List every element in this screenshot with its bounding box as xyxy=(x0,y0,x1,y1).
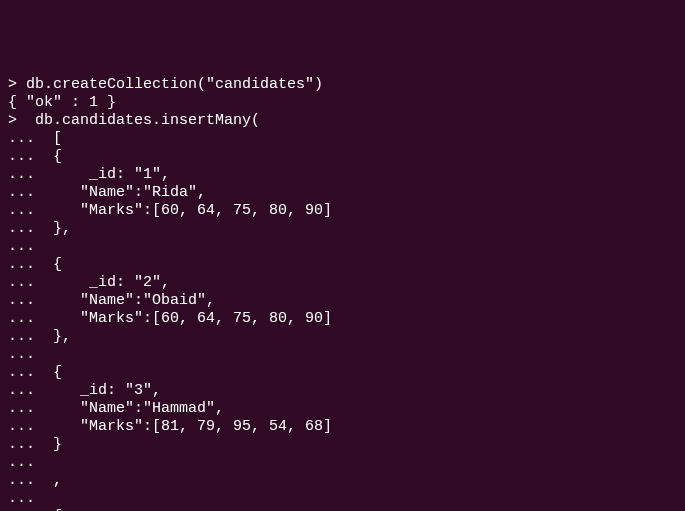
terminal-line: ... { xyxy=(8,148,677,166)
terminal-line: ... _id: "1", xyxy=(8,166,677,184)
terminal-line: ... _id: "3", xyxy=(8,382,677,400)
terminal-line: ... { xyxy=(8,364,677,382)
terminal-line: ... }, xyxy=(8,220,677,238)
terminal-line: ... [ xyxy=(8,130,677,148)
terminal-line: ... "Name":"Obaid", xyxy=(8,292,677,310)
terminal-line: { "ok" : 1 } xyxy=(8,94,677,112)
terminal-output[interactable]: > db.createCollection("candidates"){ "ok… xyxy=(8,76,677,511)
terminal-line: ... xyxy=(8,238,677,256)
terminal-line: ... "Name":"Rida", xyxy=(8,184,677,202)
terminal-line: ... xyxy=(8,454,677,472)
terminal-line: ... } xyxy=(8,436,677,454)
terminal-line: ... _id: "2", xyxy=(8,274,677,292)
terminal-line: ... xyxy=(8,490,677,508)
terminal-line: ... "Marks":[81, 79, 95, 54, 68] xyxy=(8,418,677,436)
terminal-line: ... xyxy=(8,346,677,364)
terminal-line: ... "Marks":[60, 64, 75, 80, 90] xyxy=(8,310,677,328)
terminal-line: ... { xyxy=(8,256,677,274)
terminal-line: > db.candidates.insertMany( xyxy=(8,112,677,130)
terminal-line: ... , xyxy=(8,472,677,490)
terminal-line: ... "Marks":[60, 64, 75, 80, 90] xyxy=(8,202,677,220)
terminal-line: ... "Name":"Hammad", xyxy=(8,400,677,418)
terminal-line: ... }, xyxy=(8,328,677,346)
terminal-line: > db.createCollection("candidates") xyxy=(8,76,677,94)
